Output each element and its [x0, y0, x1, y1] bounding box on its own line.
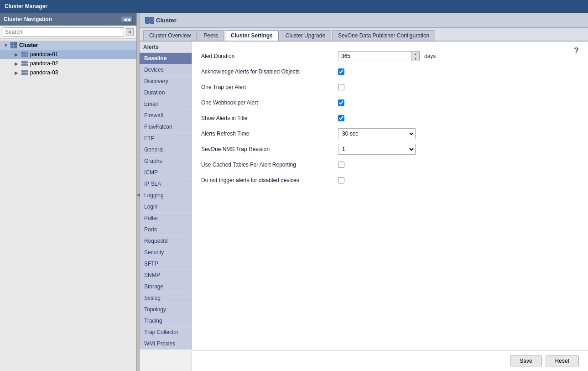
sidebar-item-requestd[interactable]: Requestd	[140, 235, 192, 247]
tab-cluster-overview[interactable]: Cluster Overview	[143, 30, 197, 41]
cached-tables-control	[338, 162, 344, 168]
sidebar-item-poller[interactable]: Poller	[140, 213, 192, 224]
right-header-title: Cluster	[156, 17, 177, 24]
trap-revision-control: 1 2	[338, 144, 416, 155]
cluster-nav-header: Cluster Navigation ◀◀	[0, 13, 136, 26]
tab-peers[interactable]: Peers	[198, 30, 224, 41]
sidebar-item-topology[interactable]: Topology	[140, 304, 192, 315]
content-area: Alerts Baseline Devices Discovery Durati…	[140, 42, 588, 371]
sidebar-item-trap-collector[interactable]: Trap Collector	[140, 327, 192, 338]
sidebar-item-security[interactable]: Security	[140, 247, 192, 258]
ack-disabled-label: Acknowledge Alerts for Disabled Objects	[201, 68, 338, 75]
sidebar-item-storage[interactable]: Storage	[140, 281, 192, 293]
one-webhook-row: One Webhook per Alert	[201, 97, 579, 108]
tabs-bar: Cluster Overview Peers Cluster Settings …	[140, 28, 588, 42]
show-title-row: Show Alerts in Title	[201, 113, 579, 124]
show-title-checkbox[interactable]	[338, 115, 344, 121]
tab-cluster-settings[interactable]: Cluster Settings	[225, 30, 279, 41]
no-trigger-checkbox[interactable]	[338, 177, 344, 183]
collapse-nav-button[interactable]: ◀◀	[121, 16, 133, 23]
trap-revision-select[interactable]: 1 2	[338, 144, 416, 155]
node-label-1: pandora-01	[30, 51, 58, 57]
search-input[interactable]	[3, 27, 124, 37]
sidebar-item-wmi-proxies[interactable]: WMI Proxies	[140, 338, 192, 350]
ack-disabled-checkbox[interactable]	[338, 68, 344, 75]
sidebar-item-syslog[interactable]: Syslog	[140, 293, 192, 304]
sidebar-item-ports[interactable]: Ports	[140, 224, 192, 235]
server-icon-2	[21, 60, 28, 67]
node-arrow-1: ▶	[15, 52, 19, 57]
sidebar-item-flowfalcon[interactable]: FlowFalcon	[140, 121, 192, 133]
svg-point-11	[26, 65, 27, 66]
sidebar-item-baseline[interactable]: Baseline	[140, 53, 192, 64]
alert-duration-input[interactable]	[338, 52, 411, 61]
tree-node-pandora02[interactable]: ▶ pandora-02	[0, 59, 136, 68]
help-icon[interactable]: ?	[574, 46, 579, 56]
sidebar-item-snmp[interactable]: SNMP	[140, 270, 192, 281]
no-trigger-control	[338, 177, 344, 183]
sidebar-item-devices[interactable]: Devices	[140, 64, 192, 76]
one-webhook-checkbox[interactable]	[338, 99, 344, 106]
reset-button[interactable]: Reset	[546, 355, 579, 366]
server-icon-3	[21, 69, 28, 76]
cached-tables-row: Use Cached Tables For Alert Reporting	[201, 159, 579, 170]
svg-rect-18	[146, 21, 149, 24]
right-panel: Cluster Cluster Overview Peers Cluster S…	[140, 13, 588, 371]
app-title: Cluster Manager	[5, 3, 47, 10]
one-trap-label: One Trap per Alert	[201, 84, 338, 90]
tree-container: ▼ Cluster ▶	[0, 39, 136, 371]
svg-rect-16	[146, 17, 149, 20]
sidebar-item-general[interactable]: General	[140, 144, 192, 156]
svg-point-14	[26, 71, 27, 72]
panel-splitter[interactable]	[137, 13, 140, 371]
show-title-label: Show Alerts in Title	[201, 115, 338, 121]
settings-sidebar: Alerts Baseline Devices Discovery Durati…	[140, 42, 192, 371]
right-header: Cluster	[140, 13, 588, 28]
one-webhook-control	[338, 99, 344, 106]
ack-disabled-row: Acknowledge Alerts for Disabled Objects	[201, 66, 579, 77]
sidebar-item-email[interactable]: Email	[140, 99, 192, 110]
sidebar-item-firewall[interactable]: Firewall	[140, 110, 192, 121]
svg-rect-3	[14, 46, 17, 48]
refresh-time-select[interactable]: 10 sec 30 sec 1 min 5 min	[338, 128, 416, 139]
tree-node-pandora01[interactable]: ▶ pandora-01	[0, 50, 136, 59]
one-trap-checkbox[interactable]	[338, 84, 344, 90]
sidebar-item-icmp[interactable]: ICMP	[140, 167, 192, 178]
svg-rect-2	[10, 46, 13, 48]
root-arrow: ▼	[4, 43, 8, 48]
sidebar-item-sftp[interactable]: SFTP	[140, 258, 192, 270]
settings-main: ? Alert Duration ▲ ▼	[192, 42, 588, 371]
sidebar-item-discovery[interactable]: Discovery	[140, 76, 192, 87]
days-label: days	[424, 53, 436, 59]
sidebar-item-logging[interactable]: Logging	[140, 190, 192, 201]
sidebar-item-login[interactable]: Login	[140, 201, 192, 213]
show-title-control	[338, 115, 344, 121]
refresh-time-row: Alerts Refresh Time 10 sec 30 sec 1 min …	[201, 128, 579, 139]
cached-tables-checkbox[interactable]	[338, 162, 344, 168]
sidebar-item-ip-sla[interactable]: IP SLA	[140, 178, 192, 190]
tab-publisher[interactable]: SevOne Data Publisher Configuration	[332, 30, 435, 41]
settings-content: ? Alert Duration ▲ ▼	[192, 42, 588, 350]
alert-duration-input-container: ▲ ▼	[338, 51, 420, 61]
tree-root-item[interactable]: ▼ Cluster	[0, 41, 136, 50]
alert-duration-control: ▲ ▼ days	[338, 51, 436, 61]
server-icon-1	[21, 51, 28, 58]
sidebar-item-tracing[interactable]: Tracing	[140, 315, 192, 327]
settings-form: Alert Duration ▲ ▼ days	[201, 51, 579, 186]
spinner-down[interactable]: ▼	[412, 56, 419, 61]
node-label-3: pandora-03	[30, 69, 58, 76]
tab-cluster-upgrade[interactable]: Cluster Upgrade	[280, 30, 331, 41]
spinner-up[interactable]: ▲	[412, 52, 419, 56]
sidebar-item-graphs[interactable]: Graphs	[140, 156, 192, 167]
sidebar-item-ftp[interactable]: FTP	[140, 133, 192, 144]
svg-point-15	[26, 74, 27, 75]
svg-point-10	[26, 62, 27, 63]
ack-disabled-control	[338, 68, 344, 75]
footer-buttons: Save Reset	[192, 350, 588, 371]
tree-node-pandora03[interactable]: ▶ pandora-03	[0, 68, 136, 77]
svg-point-7	[26, 56, 27, 57]
save-button[interactable]: Save	[510, 355, 541, 366]
sidebar-item-duration[interactable]: Duration	[140, 87, 192, 99]
refresh-time-control: 10 sec 30 sec 1 min 5 min	[338, 128, 416, 139]
search-clear-button[interactable]: ✕	[126, 28, 134, 36]
